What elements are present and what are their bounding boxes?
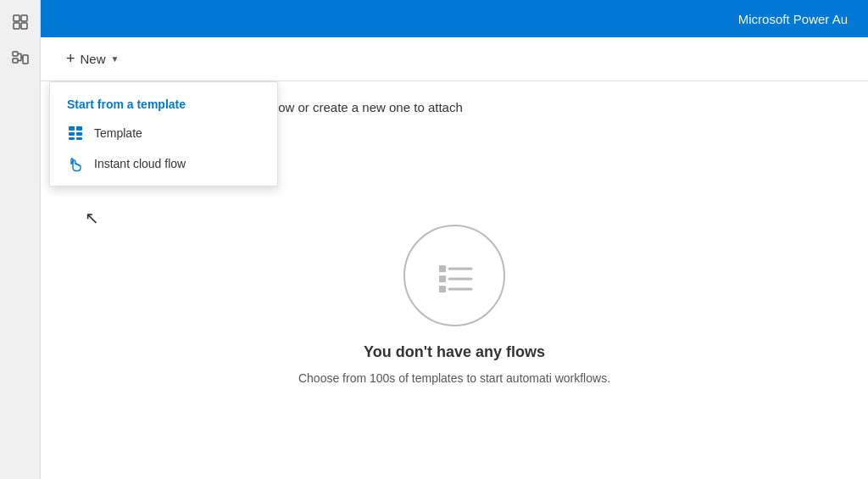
instant-flow-icon — [67, 155, 84, 172]
svg-rect-16 — [76, 137, 82, 140]
no-flows-description: Choose from 100s of templates to start a… — [298, 370, 610, 387]
sidebar-flows-icon[interactable] — [5, 44, 36, 75]
svg-rect-18 — [439, 265, 446, 272]
header-bar: Microsoft Power Au — [41, 0, 868, 37]
svg-rect-1 — [21, 15, 27, 21]
svg-rect-0 — [14, 15, 19, 21]
svg-rect-20 — [439, 276, 446, 282]
svg-rect-14 — [76, 132, 82, 136]
list-illustration-icon — [429, 250, 480, 301]
new-dropdown-menu: Start from a template Template — [49, 81, 278, 187]
instant-cloud-flow-menu-item-label: Instant cloud flow — [94, 157, 186, 170]
template-menu-item[interactable]: Template — [50, 118, 277, 148]
svg-rect-12 — [76, 126, 82, 131]
svg-rect-2 — [14, 23, 19, 29]
flows-icon — [12, 51, 29, 68]
toolbar: + New ▼ Start from a template — [41, 37, 868, 81]
sidebar-grid-icon[interactable] — [5, 7, 36, 37]
sidebar — [0, 0, 41, 479]
svg-rect-5 — [13, 58, 18, 63]
svg-rect-4 — [13, 52, 18, 56]
svg-rect-11 — [69, 126, 75, 131]
new-button-label: New — [81, 52, 106, 66]
grid-icon — [12, 14, 29, 31]
svg-rect-6 — [23, 55, 28, 64]
chevron-down-icon: ▼ — [111, 54, 120, 64]
plus-icon: + — [66, 50, 75, 68]
instant-cloud-flow-menu-item[interactable]: Instant cloud flow — [50, 148, 277, 179]
svg-rect-15 — [69, 137, 75, 140]
svg-rect-3 — [21, 23, 27, 29]
template-menu-item-label: Template — [94, 126, 142, 140]
svg-rect-13 — [69, 132, 75, 136]
dropdown-section-header: Start from a template — [50, 89, 277, 118]
new-button[interactable]: + New ▼ — [58, 45, 127, 73]
empty-state-illustration — [403, 225, 505, 326]
template-icon — [67, 125, 84, 142]
no-flows-title: You don't have any flows — [364, 343, 545, 361]
svg-rect-22 — [439, 286, 446, 292]
app-title: Microsoft Power Au — [738, 12, 848, 26]
main-area: Microsoft Power Au + New ▼ Start from a … — [41, 0, 868, 479]
